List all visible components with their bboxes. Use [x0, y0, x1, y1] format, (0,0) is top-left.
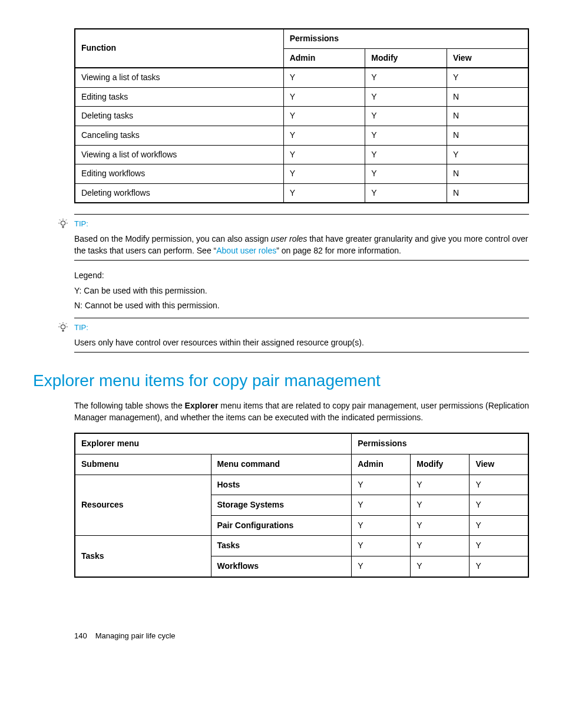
- th-function: Function: [75, 29, 283, 68]
- about-user-roles-link[interactable]: About user roles: [216, 246, 276, 255]
- page-footer: 140Managing pair life cycle: [74, 631, 529, 641]
- th-view: View: [447, 48, 528, 68]
- table-row: Editing workflowsYYN: [75, 164, 528, 184]
- legend-y: Y: Can be used with this permission.: [74, 285, 529, 297]
- svg-line-14: [59, 323, 60, 324]
- th-view: View: [470, 454, 528, 475]
- table-row: Deleting tasksYYN: [75, 107, 528, 126]
- tip-label: TIP:: [74, 219, 88, 228]
- table-row: Deleting workflowsYYN: [75, 183, 528, 203]
- legend-n: N: Cannot be used with this permission.: [74, 300, 529, 312]
- svg-line-7: [66, 220, 67, 220]
- th-admin: Admin: [283, 48, 365, 68]
- th-explorer: Explorer menu: [75, 433, 352, 454]
- th-submenu: Submenu: [75, 454, 211, 475]
- th-modify: Modify: [411, 454, 470, 475]
- legend: Legend: Y: Can be used with this permiss…: [74, 270, 529, 312]
- lightbulb-icon: [58, 322, 68, 337]
- th-permissions: Permissions: [283, 29, 528, 48]
- th-permissions: Permissions: [352, 433, 528, 454]
- section-heading: Explorer menu items for copy pair manage…: [33, 369, 529, 392]
- tip-block: TIP: Users only have control over resour…: [74, 318, 529, 353]
- table-row: Canceling tasksYYN: [75, 126, 528, 145]
- tip-label: TIP:: [74, 323, 88, 332]
- tip-block: TIP: Based on the Modify permission, you…: [74, 214, 529, 261]
- th-admin: Admin: [352, 454, 411, 475]
- svg-line-15: [66, 323, 67, 324]
- svg-line-6: [59, 220, 60, 220]
- table-row: Tasks TasksYYY: [75, 536, 528, 556]
- functions-table: Function Permissions Admin Modify View V…: [74, 28, 529, 203]
- svg-point-0: [61, 221, 65, 226]
- submenu-resources: Resources: [75, 475, 211, 536]
- legend-title: Legend:: [74, 270, 529, 282]
- table-row: Editing tasksYYN: [75, 87, 528, 107]
- intro-paragraph: The following table shows the Explorer m…: [74, 400, 529, 423]
- page-number: 140: [74, 631, 87, 640]
- table-row: Viewing a list of workflowsYYY: [75, 145, 528, 164]
- submenu-tasks: Tasks: [75, 536, 211, 577]
- table-row: Viewing a list of tasksYYY: [75, 68, 528, 87]
- th-command: Menu command: [211, 454, 352, 475]
- svg-point-8: [61, 325, 65, 330]
- explorer-table: Explorer menu Permissions Submenu Menu c…: [74, 433, 529, 577]
- footer-title: Managing pair life cycle: [95, 631, 176, 640]
- lightbulb-icon: [58, 219, 68, 233]
- tip-text: Users only have control over resources w…: [74, 337, 529, 349]
- table-row: Resources HostsYYY: [75, 475, 528, 495]
- tip-text: Based on the Modify permission, you can …: [74, 233, 529, 256]
- th-modify: Modify: [365, 48, 447, 68]
